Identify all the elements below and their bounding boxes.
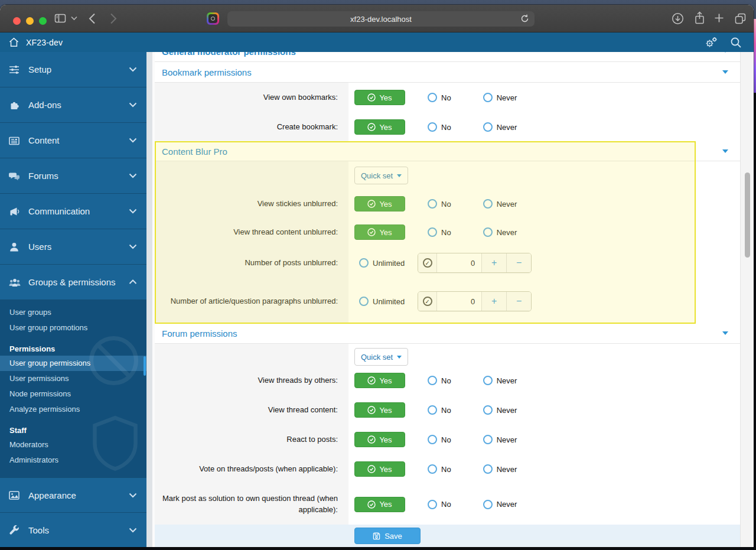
permission-no-radio[interactable]: [428, 464, 437, 474]
decrement-button[interactable]: −: [506, 253, 531, 272]
save-button[interactable]: Save: [354, 528, 421, 544]
permission-yes-button[interactable]: Yes: [354, 432, 405, 447]
collapse-caret-icon[interactable]: [722, 331, 728, 335]
sidebar-scrollbar-track[interactable]: [146, 52, 152, 547]
collapse-caret-icon[interactable]: [722, 149, 728, 153]
page-scrollbar-track[interactable]: [740, 52, 754, 547]
permission-yes-button[interactable]: Yes: [354, 497, 405, 512]
sidebar-item-addons[interactable]: Add-ons: [0, 87, 146, 123]
permission-no-radio[interactable]: [428, 227, 437, 237]
permission-no-radio[interactable]: [428, 500, 437, 509]
number-input[interactable]: [436, 292, 481, 311]
unlimited-radio[interactable]: [359, 297, 369, 306]
quick-set-button[interactable]: Quick set: [354, 348, 408, 366]
permission-never-radio[interactable]: [483, 227, 493, 237]
permission-label: React to posts:: [155, 425, 348, 454]
minimize-window-button[interactable]: [26, 17, 34, 25]
permission-yes-button[interactable]: Yes: [354, 90, 405, 105]
extension-icon[interactable]: [207, 12, 219, 25]
permission-no-radio[interactable]: [428, 435, 437, 444]
sidebar-item-users[interactable]: Users: [0, 229, 146, 265]
sidebar-item-setup[interactable]: Setup: [0, 52, 146, 87]
page-scrollbar-thumb[interactable]: [745, 173, 750, 258]
sidebar-item-groups-permissions[interactable]: Groups & permissions: [0, 265, 146, 300]
permission-no-radio[interactable]: [428, 122, 437, 132]
radio-label: Never: [497, 435, 517, 444]
permission-row: React to posts: Yes No Never: [155, 425, 740, 454]
radio-label: Unlimited: [373, 259, 405, 268]
number-spinner: ✓ + −: [418, 291, 532, 311]
radio-label: No: [441, 376, 451, 385]
quick-set-row: Quick set: [155, 344, 740, 366]
sidebar-item-appearance[interactable]: Appearance: [0, 477, 146, 513]
permission-never-radio[interactable]: [483, 464, 493, 474]
share-icon[interactable]: [694, 11, 705, 25]
sidebar-item-communication[interactable]: Communication: [0, 194, 146, 229]
number-input[interactable]: [436, 253, 481, 272]
permission-label: Vote on threads/posts (when applicable):: [155, 454, 348, 484]
permission-never-radio[interactable]: [483, 435, 493, 444]
permission-row: View own bookmarks: Yes No Never: [155, 83, 740, 112]
sidebar-toggle-icon[interactable]: [54, 12, 66, 24]
new-tab-icon[interactable]: [713, 12, 725, 24]
permission-never-radio[interactable]: [483, 376, 493, 385]
permission-yes-button[interactable]: Yes: [354, 402, 405, 418]
section-header-forum-permissions[interactable]: Forum permissions: [155, 323, 740, 344]
permission-row-numeric: Number of posts unblurred: Unlimited ✓ +…: [155, 246, 740, 279]
value-radio-checked[interactable]: ✓: [423, 258, 432, 268]
sidebar-item-content[interactable]: Content: [0, 123, 146, 158]
tab-overview-icon[interactable]: [734, 12, 747, 25]
quick-set-button[interactable]: Quick set: [354, 167, 408, 184]
sidebar-item-forums[interactable]: Forums: [0, 158, 146, 194]
permission-yes-button[interactable]: Yes: [354, 461, 405, 477]
users-group-icon: [8, 276, 22, 288]
section-header-bookmark-permissions[interactable]: Bookmark permissions: [155, 62, 740, 83]
reload-icon[interactable]: [520, 14, 529, 23]
value-radio-checked[interactable]: ✓: [423, 297, 432, 306]
close-window-button[interactable]: [13, 17, 21, 25]
zoom-window-button[interactable]: [39, 17, 47, 25]
permission-never-radio[interactable]: [483, 405, 493, 415]
comments-icon: [8, 170, 22, 182]
increment-button[interactable]: +: [481, 253, 506, 272]
downloads-icon[interactable]: [672, 12, 684, 25]
permission-no-radio[interactable]: [428, 376, 437, 385]
permission-never-radio[interactable]: [483, 199, 493, 209]
admin-site-title[interactable]: XF23-dev: [26, 38, 63, 47]
permission-label: View thread content:: [155, 395, 348, 425]
permission-never-radio[interactable]: [483, 500, 493, 509]
sidebar-scrollbar-thumb[interactable]: [144, 356, 146, 376]
permission-never-radio[interactable]: [483, 93, 493, 102]
permission-no-radio[interactable]: [428, 199, 437, 209]
search-icon[interactable]: [730, 37, 742, 48]
permission-yes-button[interactable]: Yes: [354, 224, 405, 240]
sidebar-item-tools[interactable]: Tools: [0, 513, 146, 547]
permission-yes-button[interactable]: Yes: [354, 196, 405, 211]
unlimited-radio[interactable]: [359, 258, 369, 268]
back-icon[interactable]: [89, 13, 96, 24]
chevron-down-icon[interactable]: [71, 16, 77, 21]
gears-icon[interactable]: [704, 36, 718, 49]
address-bar-url: xf23-dev.localhost: [350, 15, 412, 24]
decrement-button[interactable]: −: [506, 292, 531, 311]
megaphone-icon: [8, 206, 22, 217]
radio-label: Never: [497, 406, 517, 415]
permission-no-radio[interactable]: [428, 93, 437, 102]
chevron-down-icon: [129, 138, 137, 143]
sidebar-item-label: Add-ons: [28, 100, 61, 110]
forward-icon[interactable]: [110, 13, 117, 24]
permission-label: Mark post as solution to own question th…: [155, 484, 348, 525]
permission-row: Create bookmark: Yes No Never: [155, 112, 740, 142]
permission-yes-button[interactable]: Yes: [354, 373, 405, 388]
collapse-caret-icon[interactable]: [722, 70, 728, 74]
address-bar[interactable]: xf23-dev.localhost: [227, 11, 535, 27]
admin-page: Setup Add-ons: [0, 52, 754, 547]
permission-no-radio[interactable]: [428, 405, 437, 415]
sidebar-item-user-groups[interactable]: User groups: [0, 305, 146, 320]
increment-button[interactable]: +: [481, 292, 506, 311]
home-icon[interactable]: [8, 37, 19, 48]
permission-never-radio[interactable]: [483, 122, 493, 132]
permission-yes-button[interactable]: Yes: [354, 119, 405, 135]
section-header-content-blur-pro[interactable]: Content Blur Pro: [155, 142, 740, 161]
radio-label: Never: [497, 123, 517, 132]
